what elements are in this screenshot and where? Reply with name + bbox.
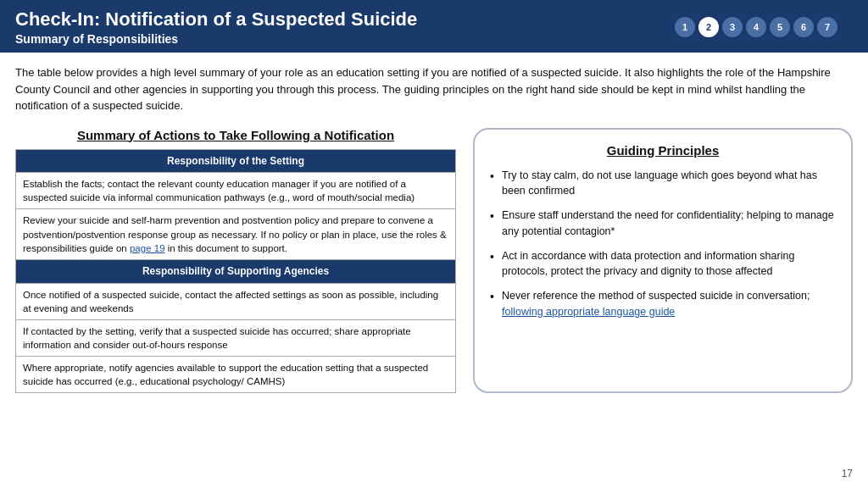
table-row: Once notified of a suspected suicide, co… — [16, 283, 456, 319]
list-item: Act in accordance with data protection a… — [490, 248, 836, 280]
section-title: Summary of Actions to Take Following a N… — [15, 128, 456, 142]
list-item: Never reference the method of suspected … — [490, 288, 836, 320]
supporting-header: Responsibility of Supporting Agencies — [16, 259, 456, 283]
guiding-title: Guiding Principles — [490, 143, 836, 158]
step-1[interactable]: 1 — [675, 17, 695, 37]
step-2[interactable]: 2 — [698, 17, 719, 37]
language-guide-link[interactable]: following appropriate language guide — [502, 306, 675, 318]
page-header: Check-In: Notification of a Suspected Su… — [0, 0, 868, 53]
step-3[interactable]: 3 — [722, 17, 743, 37]
list-item: Ensure staff understand the need for con… — [490, 208, 836, 240]
table-row: Establish the facts; contact the relevan… — [16, 173, 456, 209]
table-row: If contacted by the setting, verify that… — [16, 319, 456, 356]
step-7[interactable]: 7 — [817, 17, 837, 37]
table-row: Where appropriate, notify agencies avail… — [16, 356, 456, 392]
page-number: 17 — [842, 468, 853, 480]
page19-link[interactable]: page 19 — [130, 243, 165, 253]
main-content: Summary of Actions to Take Following a N… — [0, 121, 868, 401]
setting-header: Responsibility of the Setting — [16, 149, 456, 173]
list-item: Try to stay calm, do not use language wh… — [490, 168, 836, 200]
step-5[interactable]: 5 — [770, 17, 790, 37]
intro-text: The table below provides a high level su… — [0, 53, 868, 121]
step-indicators: 1234567 — [675, 17, 837, 37]
guiding-list: Try to stay calm, do not use language wh… — [490, 168, 836, 320]
step-4[interactable]: 4 — [746, 17, 766, 37]
step-6[interactable]: 6 — [793, 17, 814, 37]
right-column: Guiding Principles Try to stay calm, do … — [473, 128, 853, 394]
guiding-principles-box: Guiding Principles Try to stay calm, do … — [473, 128, 853, 394]
table-row: Review your suicide and self-harm preven… — [16, 209, 456, 259]
responsibility-table: Responsibility of the Setting Establish … — [15, 149, 456, 394]
left-column: Summary of Actions to Take Following a N… — [15, 128, 456, 394]
